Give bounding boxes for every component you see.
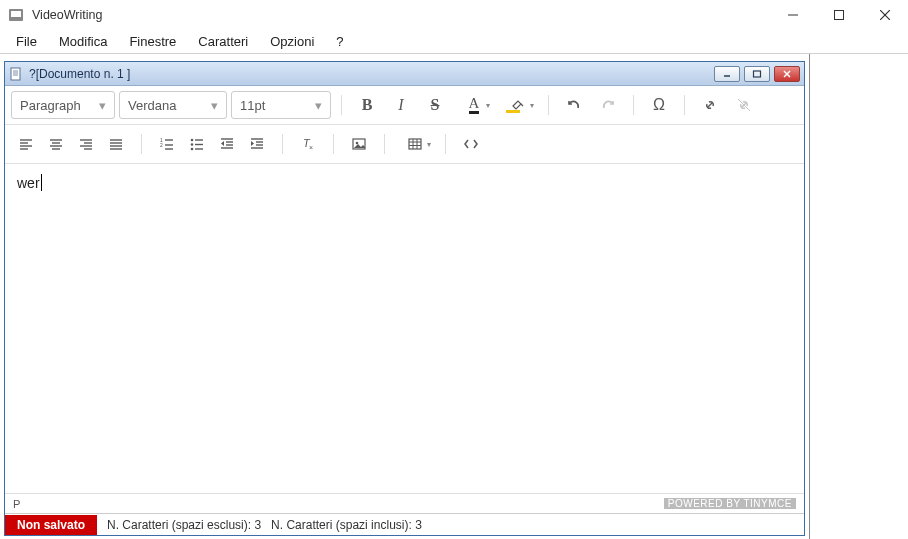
paragraph-label: Paragraph xyxy=(20,98,81,113)
doc-minimize-button[interactable] xyxy=(714,66,740,82)
char-count-excl: N. Caratteri (spazi esclusi): 3 xyxy=(107,518,261,532)
redo-button[interactable] xyxy=(593,91,623,119)
svg-text:2: 2 xyxy=(160,142,163,148)
document-icon xyxy=(9,67,23,81)
document-window: ?[Documento n. 1 ] Paragraph▾ Verdana▾ 1… xyxy=(4,61,805,536)
size-label: 11pt xyxy=(240,98,265,113)
svg-point-53 xyxy=(356,142,359,145)
bold-button[interactable]: B xyxy=(352,91,382,119)
svg-point-36 xyxy=(191,139,194,142)
char-count-incl: N. Caratteri (spazi inclusi): 3 xyxy=(271,518,422,532)
text-cursor xyxy=(41,174,42,191)
editor-text: wer xyxy=(17,175,40,191)
app-title: VideoWriting xyxy=(32,8,102,22)
align-right-button[interactable] xyxy=(71,130,101,158)
font-size-select[interactable]: 11pt▾ xyxy=(231,91,331,119)
align-justify-button[interactable] xyxy=(101,130,131,158)
background-color-button[interactable] xyxy=(498,91,538,119)
source-code-button[interactable] xyxy=(456,130,486,158)
window-maximize-button[interactable] xyxy=(816,0,862,30)
text-color-button[interactable]: A xyxy=(454,91,494,119)
menu-opzioni[interactable]: Opzioni xyxy=(260,31,324,52)
italic-button[interactable]: I xyxy=(386,91,416,119)
menu-file[interactable]: File xyxy=(6,31,47,52)
doc-maximize-button[interactable] xyxy=(744,66,770,82)
indent-button[interactable] xyxy=(242,130,272,158)
font-family-select[interactable]: Verdana▾ xyxy=(119,91,227,119)
side-panel xyxy=(810,54,908,539)
svg-rect-1 xyxy=(11,11,21,17)
outdent-button[interactable] xyxy=(212,130,242,158)
save-state-badge: Non salvato xyxy=(5,515,97,535)
svg-point-37 xyxy=(191,143,194,146)
svg-rect-54 xyxy=(409,139,421,149)
svg-rect-3 xyxy=(835,11,844,20)
undo-button[interactable] xyxy=(559,91,589,119)
document-title: ?[Documento n. 1 ] xyxy=(29,67,130,81)
doc-close-button[interactable] xyxy=(774,66,800,82)
svg-rect-6 xyxy=(11,68,20,80)
strikethrough-button[interactable]: S xyxy=(420,91,450,119)
svg-rect-11 xyxy=(754,71,761,77)
menu-caratteri[interactable]: Caratteri xyxy=(188,31,258,52)
insert-image-button[interactable] xyxy=(344,130,374,158)
numbered-list-button[interactable]: 12 xyxy=(152,130,182,158)
clear-formatting-button[interactable]: T× xyxy=(293,130,323,158)
special-character-button[interactable]: Ω xyxy=(644,91,674,119)
link-button[interactable] xyxy=(695,91,725,119)
menu-help[interactable]: ? xyxy=(326,31,353,52)
font-label: Verdana xyxy=(128,98,176,113)
window-close-button[interactable] xyxy=(862,0,908,30)
app-icon xyxy=(8,7,24,23)
align-left-button[interactable] xyxy=(11,130,41,158)
svg-point-38 xyxy=(191,148,194,151)
svg-text:×: × xyxy=(309,144,313,151)
powered-by-label: POWERED BY TINYMCE xyxy=(664,498,796,509)
insert-table-button[interactable] xyxy=(395,130,435,158)
menu-finestre[interactable]: Finestre xyxy=(119,31,186,52)
element-path[interactable]: P xyxy=(13,498,20,510)
editor-content[interactable]: wer xyxy=(5,164,804,493)
unlink-button[interactable] xyxy=(729,91,759,119)
align-center-button[interactable] xyxy=(41,130,71,158)
menu-modifica[interactable]: Modifica xyxy=(49,31,117,52)
paragraph-select[interactable]: Paragraph▾ xyxy=(11,91,115,119)
window-minimize-button[interactable] xyxy=(770,0,816,30)
bullet-list-button[interactable] xyxy=(182,130,212,158)
svg-line-14 xyxy=(738,99,750,111)
